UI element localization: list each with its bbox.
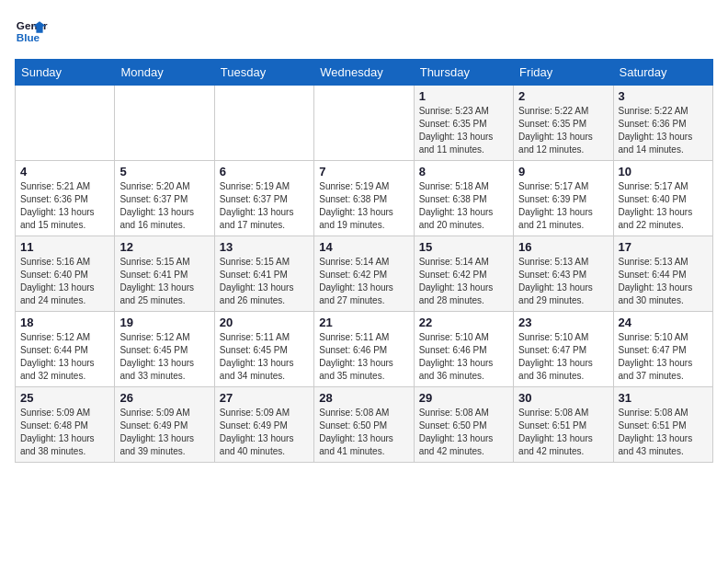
day-detail: Sunrise: 5:10 AM Sunset: 6:47 PM Dayligh…: [518, 331, 608, 383]
day-detail: Sunrise: 5:08 AM Sunset: 6:51 PM Dayligh…: [619, 407, 708, 458]
day-number: 3: [619, 89, 708, 103]
day-detail: Sunrise: 5:12 AM Sunset: 6:44 PM Dayligh…: [20, 331, 109, 383]
calendar-cell: 20Sunrise: 5:11 AM Sunset: 6:45 PM Dayli…: [214, 312, 313, 387]
calendar-cell: 11Sunrise: 5:16 AM Sunset: 6:40 PM Dayli…: [16, 236, 115, 312]
logo: General Blue: [15, 15, 48, 48]
day-detail: Sunrise: 5:17 AM Sunset: 6:39 PM Dayligh…: [518, 180, 608, 232]
day-detail: Sunrise: 5:10 AM Sunset: 6:46 PM Dayligh…: [419, 331, 508, 383]
day-number: 23: [518, 316, 608, 329]
calendar-table: SundayMondayTuesdayWednesdayThursdayFrid…: [15, 59, 713, 463]
day-detail: Sunrise: 5:19 AM Sunset: 6:38 PM Dayligh…: [319, 180, 408, 232]
calendar-week-row: 25Sunrise: 5:09 AM Sunset: 6:48 PM Dayli…: [16, 387, 713, 463]
day-number: 16: [518, 240, 608, 254]
day-detail: Sunrise: 5:08 AM Sunset: 6:51 PM Dayligh…: [518, 407, 608, 458]
calendar-cell: 18Sunrise: 5:12 AM Sunset: 6:44 PM Dayli…: [16, 312, 115, 387]
calendar-cell: 26Sunrise: 5:09 AM Sunset: 6:49 PM Dayli…: [115, 387, 214, 463]
calendar-cell: 14Sunrise: 5:14 AM Sunset: 6:42 PM Dayli…: [314, 236, 414, 312]
day-number: 1: [419, 89, 508, 103]
calendar-cell: 23Sunrise: 5:10 AM Sunset: 6:47 PM Dayli…: [514, 312, 613, 387]
day-number: 31: [619, 391, 708, 405]
calendar-cell: [16, 86, 115, 161]
calendar-cell: 13Sunrise: 5:15 AM Sunset: 6:41 PM Dayli…: [214, 236, 313, 312]
day-number: 22: [419, 316, 508, 329]
weekday-header: Thursday: [414, 60, 513, 86]
day-number: 27: [220, 391, 309, 405]
day-number: 10: [619, 165, 708, 178]
day-detail: Sunrise: 5:11 AM Sunset: 6:45 PM Dayligh…: [220, 331, 309, 383]
weekday-header: Sunday: [16, 60, 115, 86]
day-detail: Sunrise: 5:09 AM Sunset: 6:49 PM Dayligh…: [220, 407, 309, 458]
calendar-cell: 19Sunrise: 5:12 AM Sunset: 6:45 PM Dayli…: [115, 312, 214, 387]
day-number: 15: [419, 240, 508, 254]
day-number: 28: [319, 391, 408, 405]
day-number: 12: [119, 240, 209, 254]
day-number: 20: [220, 316, 309, 329]
day-number: 18: [20, 316, 109, 329]
calendar-cell: 1Sunrise: 5:23 AM Sunset: 6:35 PM Daylig…: [414, 86, 513, 161]
day-detail: Sunrise: 5:21 AM Sunset: 6:36 PM Dayligh…: [20, 180, 109, 232]
weekday-header: Tuesday: [214, 60, 313, 86]
day-detail: Sunrise: 5:11 AM Sunset: 6:46 PM Dayligh…: [319, 331, 408, 383]
day-detail: Sunrise: 5:14 AM Sunset: 6:42 PM Dayligh…: [419, 256, 508, 307]
day-number: 2: [518, 89, 608, 103]
day-detail: Sunrise: 5:08 AM Sunset: 6:50 PM Dayligh…: [319, 407, 408, 458]
calendar-week-row: 18Sunrise: 5:12 AM Sunset: 6:44 PM Dayli…: [16, 312, 713, 387]
day-detail: Sunrise: 5:12 AM Sunset: 6:45 PM Dayligh…: [119, 331, 209, 383]
calendar-cell: 29Sunrise: 5:08 AM Sunset: 6:50 PM Dayli…: [414, 387, 513, 463]
day-detail: Sunrise: 5:16 AM Sunset: 6:40 PM Dayligh…: [20, 256, 109, 307]
calendar-cell: 7Sunrise: 5:19 AM Sunset: 6:38 PM Daylig…: [314, 161, 414, 236]
day-number: 8: [419, 165, 508, 178]
calendar-cell: 12Sunrise: 5:15 AM Sunset: 6:41 PM Dayli…: [115, 236, 214, 312]
weekday-header: Monday: [115, 60, 214, 86]
logo-icon: General Blue: [15, 15, 48, 48]
day-number: 24: [619, 316, 708, 329]
calendar-cell: 16Sunrise: 5:13 AM Sunset: 6:43 PM Dayli…: [514, 236, 613, 312]
calendar-cell: 8Sunrise: 5:18 AM Sunset: 6:38 PM Daylig…: [414, 161, 513, 236]
calendar-cell: 3Sunrise: 5:22 AM Sunset: 6:36 PM Daylig…: [613, 86, 712, 161]
day-detail: Sunrise: 5:17 AM Sunset: 6:40 PM Dayligh…: [619, 180, 708, 232]
day-number: 29: [419, 391, 508, 405]
day-detail: Sunrise: 5:09 AM Sunset: 6:48 PM Dayligh…: [20, 407, 109, 458]
calendar-cell: 9Sunrise: 5:17 AM Sunset: 6:39 PM Daylig…: [514, 161, 613, 236]
day-number: 19: [119, 316, 209, 329]
calendar-cell: 17Sunrise: 5:13 AM Sunset: 6:44 PM Dayli…: [613, 236, 712, 312]
calendar-cell: 10Sunrise: 5:17 AM Sunset: 6:40 PM Dayli…: [613, 161, 712, 236]
day-detail: Sunrise: 5:22 AM Sunset: 6:36 PM Dayligh…: [619, 105, 708, 156]
calendar-cell: 15Sunrise: 5:14 AM Sunset: 6:42 PM Dayli…: [414, 236, 513, 312]
day-number: 26: [119, 391, 209, 405]
day-number: 13: [220, 240, 309, 254]
calendar-body: 1Sunrise: 5:23 AM Sunset: 6:35 PM Daylig…: [16, 86, 713, 463]
calendar-cell: 2Sunrise: 5:22 AM Sunset: 6:35 PM Daylig…: [514, 86, 613, 161]
day-number: 14: [319, 240, 408, 254]
day-detail: Sunrise: 5:15 AM Sunset: 6:41 PM Dayligh…: [119, 256, 209, 307]
day-number: 6: [220, 165, 309, 178]
calendar-cell: 21Sunrise: 5:11 AM Sunset: 6:46 PM Dayli…: [314, 312, 414, 387]
calendar-cell: 27Sunrise: 5:09 AM Sunset: 6:49 PM Dayli…: [214, 387, 313, 463]
day-detail: Sunrise: 5:15 AM Sunset: 6:41 PM Dayligh…: [220, 256, 309, 307]
calendar-week-row: 1Sunrise: 5:23 AM Sunset: 6:35 PM Daylig…: [16, 86, 713, 161]
day-detail: Sunrise: 5:19 AM Sunset: 6:37 PM Dayligh…: [220, 180, 309, 232]
calendar-cell: [314, 86, 414, 161]
day-detail: Sunrise: 5:13 AM Sunset: 6:44 PM Dayligh…: [619, 256, 708, 307]
day-detail: Sunrise: 5:23 AM Sunset: 6:35 PM Dayligh…: [419, 105, 508, 156]
day-number: 17: [619, 240, 708, 254]
weekday-header: Wednesday: [314, 60, 414, 86]
calendar-cell: 30Sunrise: 5:08 AM Sunset: 6:51 PM Dayli…: [514, 387, 613, 463]
calendar-cell: 24Sunrise: 5:10 AM Sunset: 6:47 PM Dayli…: [613, 312, 712, 387]
calendar-week-row: 4Sunrise: 5:21 AM Sunset: 6:36 PM Daylig…: [16, 161, 713, 236]
calendar-cell: 22Sunrise: 5:10 AM Sunset: 6:46 PM Dayli…: [414, 312, 513, 387]
day-detail: Sunrise: 5:13 AM Sunset: 6:43 PM Dayligh…: [518, 256, 608, 307]
weekday-header: Saturday: [613, 60, 712, 86]
day-detail: Sunrise: 5:20 AM Sunset: 6:37 PM Dayligh…: [119, 180, 209, 232]
calendar-cell: 28Sunrise: 5:08 AM Sunset: 6:50 PM Dayli…: [314, 387, 414, 463]
day-number: 7: [319, 165, 408, 178]
day-number: 5: [119, 165, 209, 178]
day-detail: Sunrise: 5:18 AM Sunset: 6:38 PM Dayligh…: [419, 180, 508, 232]
calendar-cell: [214, 86, 313, 161]
day-detail: Sunrise: 5:14 AM Sunset: 6:42 PM Dayligh…: [319, 256, 408, 307]
day-number: 30: [518, 391, 608, 405]
header: General Blue: [15, 15, 713, 48]
day-number: 9: [518, 165, 608, 178]
calendar-cell: 5Sunrise: 5:20 AM Sunset: 6:37 PM Daylig…: [115, 161, 214, 236]
calendar-header-row: SundayMondayTuesdayWednesdayThursdayFrid…: [16, 60, 713, 86]
